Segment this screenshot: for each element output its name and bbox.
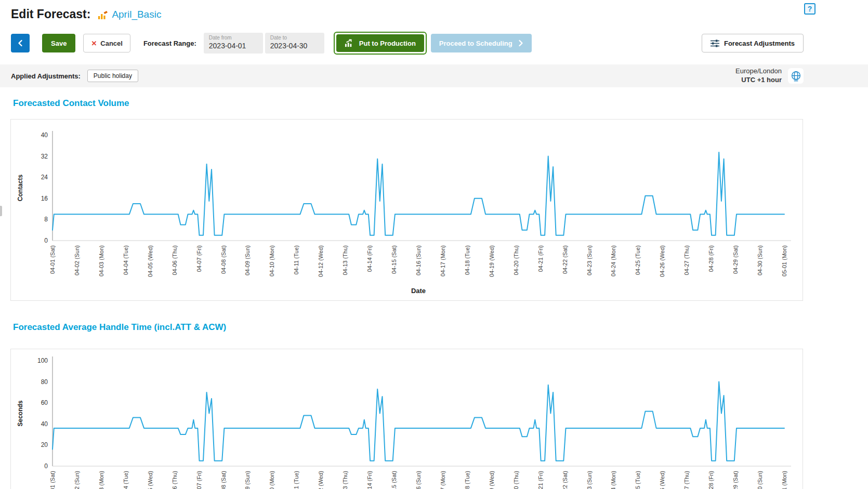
svg-text:04-16 (Sun): 04-16 (Sun) <box>415 245 422 275</box>
svg-text:04-07 (Fri): 04-07 (Fri) <box>196 471 202 489</box>
svg-text:04-13 (Thu): 04-13 (Thu) <box>342 471 348 489</box>
production-chart-icon <box>345 39 354 47</box>
forecast-range-label: Forecast Range: <box>143 39 196 47</box>
timezone-offset: UTC +1 hour <box>735 76 782 85</box>
sliders-icon <box>711 39 719 47</box>
save-button[interactable]: Save <box>42 34 75 52</box>
date-from-label: Date from <box>209 35 258 41</box>
svg-text:04-27 (Thu): 04-27 (Thu) <box>683 245 690 275</box>
applied-adjustments-bar: Applied Adjustments: Public holiday Euro… <box>0 64 868 87</box>
svg-text:04-22 (Sat): 04-22 (Sat) <box>562 245 568 274</box>
date-from-value: 2023-04-01 <box>209 42 258 50</box>
adjustment-chip-public-holiday[interactable]: Public holiday <box>87 70 138 82</box>
svg-text:04-26 (Wed): 04-26 (Wed) <box>659 471 665 489</box>
proceed-to-scheduling-button[interactable]: Proceed to Scheduling <box>431 34 532 52</box>
svg-text:04-28 (Fri): 04-28 (Fri) <box>708 471 714 489</box>
contact-volume-chart[interactable]: 081624324004-01 (Sat)04-02 (Sun)04-03 (M… <box>10 119 803 301</box>
svg-text:05-01 (Mon): 05-01 (Mon) <box>781 471 787 489</box>
svg-text:04-09 (Sun): 04-09 (Sun) <box>244 245 251 275</box>
panel-resize-handle[interactable] <box>0 206 2 216</box>
svg-text:0: 0 <box>44 462 48 470</box>
svg-text:04-17 (Mon): 04-17 (Mon) <box>440 471 446 489</box>
svg-text:0: 0 <box>44 237 48 244</box>
svg-text:04-16 (Sun): 04-16 (Sun) <box>415 471 422 489</box>
svg-text:40: 40 <box>41 420 48 428</box>
svg-text:04-06 (Thu): 04-06 (Thu) <box>172 245 178 275</box>
chart-title-contact-volume: Forecasted Contact Volume <box>13 98 868 109</box>
svg-text:04-11 (Tue): 04-11 (Tue) <box>293 245 299 274</box>
svg-text:04-13 (Thu): 04-13 (Thu) <box>342 245 348 275</box>
svg-text:04-24 (Mon): 04-24 (Mon) <box>610 471 616 489</box>
svg-text:04-07 (Fri): 04-07 (Fri) <box>196 245 202 272</box>
svg-text:04-18 (Tue): 04-18 (Tue) <box>464 471 470 489</box>
svg-text:04-10 (Mon): 04-10 (Mon) <box>269 471 275 489</box>
svg-text:04-19 (Wed): 04-19 (Wed) <box>489 245 495 277</box>
svg-text:32: 32 <box>41 153 48 160</box>
svg-text:04-30 (Sun): 04-30 (Sun) <box>757 471 763 489</box>
help-button[interactable]: ? <box>804 3 816 15</box>
cancel-x-icon: ✕ <box>91 39 97 47</box>
svg-text:04-01 (Sat): 04-01 (Sat) <box>49 245 56 274</box>
svg-text:04-04 (Tue): 04-04 (Tue) <box>123 245 129 275</box>
svg-text:04-30 (Sun): 04-30 (Sun) <box>757 245 763 275</box>
svg-text:04-15 (Sat): 04-15 (Sat) <box>391 471 397 489</box>
svg-text:Seconds: Seconds <box>17 400 24 426</box>
timezone-globe-button[interactable] <box>788 68 804 84</box>
svg-text:04-26 (Wed): 04-26 (Wed) <box>659 245 665 277</box>
svg-text:Date: Date <box>411 287 426 295</box>
put-to-production-focus-ring: Put to Production <box>334 32 427 55</box>
svg-text:04-14 (Fri): 04-14 (Fri) <box>366 245 373 272</box>
svg-text:04-21 (Fri): 04-21 (Fri) <box>537 471 544 489</box>
svg-text:04-15 (Sat): 04-15 (Sat) <box>391 245 397 274</box>
date-from-field[interactable]: Date from 2023-04-01 <box>204 33 263 54</box>
svg-text:04-29 (Sat): 04-29 (Sat) <box>732 471 739 489</box>
svg-text:16: 16 <box>41 195 48 202</box>
page-title: Edit Forecast: <box>11 7 90 21</box>
chart-title-aht: Forecasted Average Handle Time (incl.ATT… <box>13 322 868 333</box>
aht-chart[interactable]: 02040608010004-01 (Sat)04-02 (Sun)04-03 … <box>10 349 803 489</box>
svg-text:04-23 (Sun): 04-23 (Sun) <box>586 245 593 275</box>
put-to-production-label: Put to Production <box>359 39 416 47</box>
svg-text:20: 20 <box>41 441 48 448</box>
svg-text:40: 40 <box>41 131 48 139</box>
cancel-label: Cancel <box>100 39 123 47</box>
svg-text:04-02 (Sun): 04-02 (Sun) <box>74 471 80 489</box>
chevron-left-icon <box>17 39 23 47</box>
svg-text:04-21 (Fri): 04-21 (Fri) <box>537 245 544 272</box>
forecast-adjustments-label: Forecast Adjustments <box>724 39 795 47</box>
svg-text:04-23 (Sun): 04-23 (Sun) <box>586 471 593 489</box>
toolbar: Save ✕ Cancel Forecast Range: Date from … <box>0 32 804 55</box>
aht-section: Forecasted Average Handle Time (incl.ATT… <box>0 322 868 489</box>
applied-adjustments-label: Applied Adjustments: <box>11 72 81 80</box>
svg-text:04-17 (Mon): 04-17 (Mon) <box>440 245 446 276</box>
svg-text:04-27 (Thu): 04-27 (Thu) <box>683 471 690 489</box>
svg-text:04-11 (Tue): 04-11 (Tue) <box>293 471 299 489</box>
svg-text:04-12 (Wed): 04-12 (Wed) <box>318 245 324 277</box>
forecast-name-link[interactable]: April_Basic <box>112 9 161 20</box>
svg-text:80: 80 <box>41 378 48 386</box>
svg-text:04-18 (Tue): 04-18 (Tue) <box>464 245 470 275</box>
forecast-chart-icon <box>97 10 108 20</box>
svg-text:04-28 (Fri): 04-28 (Fri) <box>708 245 714 272</box>
chevron-right-icon <box>518 39 523 47</box>
charts-area: Forecasted Contact Volume 081624324004-0… <box>0 98 868 489</box>
svg-text:04-05 (Wed): 04-05 (Wed) <box>147 471 153 489</box>
svg-text:04-01 (Sat): 04-01 (Sat) <box>49 471 56 489</box>
svg-text:04-20 (Thu): 04-20 (Thu) <box>513 471 519 489</box>
date-to-label: Date to <box>270 35 319 41</box>
svg-text:04-08 (Sat): 04-08 (Sat) <box>220 245 227 274</box>
back-button[interactable] <box>11 34 30 52</box>
svg-text:04-08 (Sat): 04-08 (Sat) <box>220 471 227 489</box>
svg-text:04-19 (Wed): 04-19 (Wed) <box>489 471 495 489</box>
svg-text:04-12 (Wed): 04-12 (Wed) <box>318 471 324 489</box>
put-to-production-button[interactable]: Put to Production <box>336 34 424 52</box>
svg-text:100: 100 <box>37 357 48 364</box>
date-to-field[interactable]: Date to 2023-04-30 <box>265 33 324 54</box>
svg-text:04-22 (Sat): 04-22 (Sat) <box>562 471 568 489</box>
svg-text:04-10 (Mon): 04-10 (Mon) <box>269 245 275 276</box>
cancel-button[interactable]: ✕ Cancel <box>83 34 130 52</box>
svg-text:24: 24 <box>41 174 48 181</box>
globe-icon <box>790 70 802 82</box>
forecast-adjustments-button[interactable]: Forecast Adjustments <box>702 34 804 52</box>
svg-text:04-20 (Thu): 04-20 (Thu) <box>513 245 519 275</box>
